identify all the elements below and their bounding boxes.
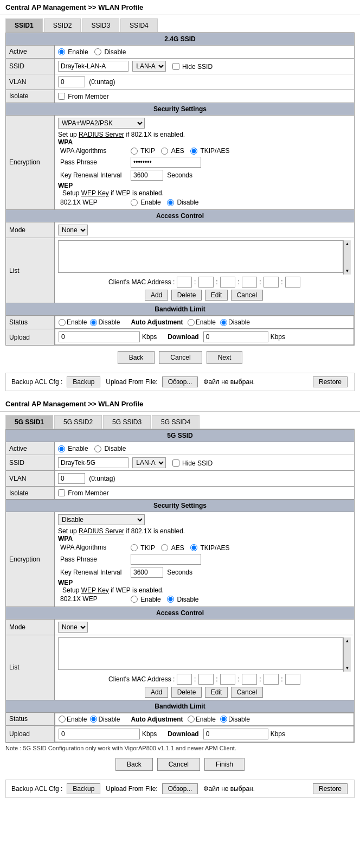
status-enable-radio-1[interactable] — [59, 319, 66, 326]
edit-btn-2[interactable]: Edit — [205, 687, 228, 698]
vlan-input-2[interactable] — [58, 473, 85, 484]
key-renewal-input-2[interactable] — [131, 567, 163, 578]
wep-enable-radio-1[interactable] — [131, 199, 138, 206]
mode-select-1[interactable]: None — [58, 225, 88, 235]
cancel-btn-nav-2[interactable]: Cancel — [157, 758, 200, 771]
tab-5g-ssid3[interactable]: 5G SSID3 — [103, 415, 151, 429]
download-input-1[interactable] — [203, 331, 268, 342]
next-btn-1[interactable]: Next — [207, 351, 243, 364]
encryption-select-2[interactable]: Disable — [58, 514, 145, 525]
finish-btn-2[interactable]: Finish — [204, 758, 245, 771]
tab-ssid2[interactable]: SSID2 — [44, 18, 81, 32]
upload-input-1[interactable] — [59, 331, 140, 342]
browse-btn-2[interactable]: Обзор... — [162, 783, 198, 794]
vlan-input[interactable] — [58, 76, 85, 87]
backup-btn-2[interactable]: Backup — [67, 783, 100, 794]
mac-1-5[interactable] — [263, 277, 279, 288]
tab-ssid3[interactable]: SSID3 — [82, 18, 119, 32]
wep-disable-radio-2[interactable] — [167, 596, 174, 603]
auto-disable-radio-1[interactable] — [220, 319, 227, 326]
mode-select-2[interactable]: None — [58, 622, 88, 633]
active-enable-radio[interactable] — [58, 48, 65, 55]
pass-phrase-label-1: Pass Phrase — [58, 156, 128, 169]
status-disable-radio-1[interactable] — [90, 319, 97, 326]
delete-btn-2[interactable]: Delete — [171, 687, 202, 698]
restore-btn-1[interactable]: Restore — [313, 376, 348, 387]
radius-link-1[interactable]: RADIUS Server — [79, 131, 124, 138]
pass-phrase-input-1[interactable] — [131, 157, 201, 168]
tab-5g-ssid1[interactable]: 5G SSID1 — [5, 415, 53, 429]
from-member-checkbox-2[interactable] — [58, 489, 65, 496]
upload-input-2[interactable] — [59, 729, 140, 739]
auto-enable-radio-2[interactable] — [188, 716, 195, 723]
cancel-btn-1[interactable]: Cancel — [231, 290, 263, 301]
backup-btn-1[interactable]: Backup — [67, 376, 100, 387]
tkip-radio-2[interactable] — [131, 544, 138, 551]
lan-select-2[interactable]: LAN-A — [132, 457, 166, 468]
add-btn-1[interactable]: Add — [145, 290, 168, 301]
wep-disable-radio-1[interactable] — [167, 199, 174, 206]
cancel-btn-2[interactable]: Cancel — [231, 687, 263, 698]
status-enable-radio-2[interactable] — [59, 716, 66, 723]
auto-disable-radio-2[interactable] — [220, 716, 227, 723]
mac-1-1[interactable] — [177, 277, 192, 288]
back-btn-2[interactable]: Back — [115, 758, 153, 771]
active-enable-radio-2[interactable] — [58, 445, 65, 452]
wep-key-link-1[interactable]: WEP Key — [81, 189, 109, 197]
mac-1-2[interactable] — [198, 277, 214, 288]
tab-5g-ssid2[interactable]: 5G SSID2 — [54, 415, 102, 429]
status-disable-radio-2[interactable] — [90, 716, 97, 723]
key-renewal-input-1[interactable] — [131, 170, 163, 181]
hide-ssid-checkbox[interactable] — [172, 63, 179, 70]
active-disable-radio[interactable] — [94, 48, 101, 55]
delete-btn-1[interactable]: Delete — [171, 290, 202, 301]
tkip-aes-label-1: TKIP/AES — [200, 147, 229, 155]
encryption-select-1[interactable]: WPA+WPA2/PSK — [58, 118, 145, 129]
from-member-checkbox[interactable] — [58, 93, 65, 100]
aes-radio-2[interactable] — [161, 544, 168, 551]
active-disable-label: Disable — [104, 48, 126, 56]
page-title-2: Central AP Management >> WLAN Profile — [0, 397, 360, 412]
download-input-2[interactable] — [203, 729, 268, 739]
mac-2-3[interactable] — [220, 674, 235, 685]
radius-link-2[interactable]: RADIUS Server — [79, 527, 124, 535]
aes-radio-1[interactable] — [161, 148, 168, 155]
back-btn-1[interactable]: Back — [118, 351, 155, 364]
mac-2-6[interactable] — [285, 674, 300, 685]
hide-ssid-checkbox-2[interactable] — [172, 459, 179, 467]
setup-wep-text-1: Setup — [62, 189, 79, 197]
mode-label-1: Mode — [6, 222, 55, 238]
ssid-input[interactable] — [58, 61, 128, 72]
mac-2-5[interactable] — [263, 674, 279, 685]
list-textarea-2[interactable] — [58, 637, 343, 670]
add-btn-2[interactable]: Add — [145, 687, 168, 698]
status-cell-1: Enable Disable Auto Adjustment Enable Di… — [55, 316, 354, 329]
browse-btn-1[interactable]: Обзор... — [162, 376, 198, 387]
mac-2-1[interactable] — [177, 674, 192, 685]
mac-1-4[interactable] — [242, 277, 257, 288]
mac-2-2[interactable] — [198, 674, 214, 685]
cancel-btn-nav-1[interactable]: Cancel — [159, 351, 202, 364]
wep-enable-radio-2[interactable] — [131, 596, 138, 603]
wep-key-link-2[interactable]: WEP Key — [81, 586, 109, 594]
tab-ssid4[interactable]: SSID4 — [120, 18, 158, 32]
pass-phrase-input-2[interactable] — [131, 554, 201, 565]
tab-ssid1[interactable]: SSID1 — [5, 18, 43, 32]
mac-1-3[interactable] — [220, 277, 235, 288]
wep-text2-2: if WEP is enabled. — [111, 586, 164, 594]
mac-2-4[interactable] — [242, 674, 257, 685]
auto-enable-radio-1[interactable] — [188, 319, 195, 326]
active-disable-radio-2[interactable] — [94, 445, 101, 452]
mac-1-6[interactable] — [285, 277, 300, 288]
wpa-sub-table-1: WPA Algorithms TKIP AES TKIP/AES Pass Ph… — [58, 146, 351, 182]
ssid-input-2[interactable] — [58, 457, 128, 468]
lan-select[interactable]: LAN-A — [132, 61, 166, 72]
tkip-radio-1[interactable] — [131, 148, 138, 155]
list-textarea-1[interactable] — [58, 240, 343, 273]
vlan-hint: (0:untag) — [89, 78, 115, 86]
tkip-aes-radio-1[interactable] — [190, 148, 197, 155]
tkip-aes-radio-2[interactable] — [190, 544, 197, 551]
tab-5g-ssid4[interactable]: 5G SSID4 — [152, 415, 200, 429]
edit-btn-1[interactable]: Edit — [205, 290, 228, 301]
restore-btn-2[interactable]: Restore — [313, 783, 348, 794]
